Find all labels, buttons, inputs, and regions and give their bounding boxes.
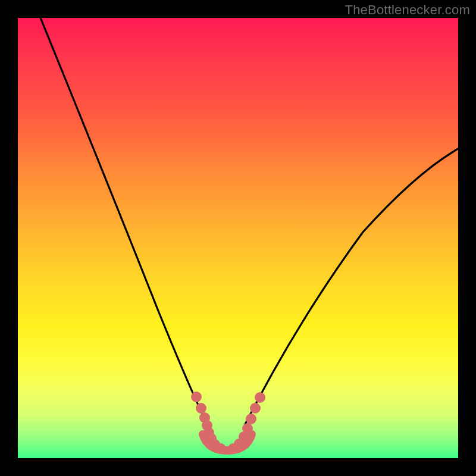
svg-point-11 <box>242 423 253 434</box>
watermark-text: TheBottlenecker.com <box>345 2 470 18</box>
chart-frame: TheBottlenecker.com <box>0 0 476 476</box>
svg-point-1 <box>196 403 206 414</box>
svg-point-7 <box>215 443 226 454</box>
right-curve <box>245 149 458 424</box>
svg-point-14 <box>255 392 265 403</box>
curve-layer <box>18 18 458 458</box>
svg-point-12 <box>246 414 256 424</box>
left-curve <box>40 18 206 421</box>
plot-area <box>18 18 458 458</box>
svg-point-0 <box>191 392 202 402</box>
svg-point-13 <box>250 403 261 414</box>
